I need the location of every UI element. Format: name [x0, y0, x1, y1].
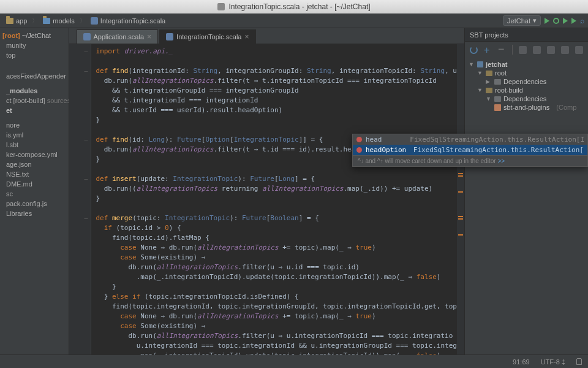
project-item[interactable]: ct [root-build] sources root — [0, 96, 69, 105]
sbt-tool-window[interactable]: SBT projects + − ▼ jetchat ▼ root ▶ Depe… — [464, 28, 588, 355]
sbt-header: SBT projects — [465, 28, 588, 42]
project-item[interactable]: acesFixedAppender — [0, 71, 69, 81]
scala-file-icon — [166, 33, 173, 40]
project-item[interactable]: nore — [0, 120, 69, 130]
dependencies-icon — [494, 79, 501, 85]
project-root[interactable]: [root] ~/JetChat — [0, 31, 69, 40]
run-button[interactable] — [545, 18, 549, 24]
file-icon — [217, 3, 225, 10]
sbt-tool-icon[interactable] — [519, 46, 527, 54]
settings-icon[interactable] — [575, 46, 583, 54]
tab-application[interactable]: Application.scala × — [77, 29, 159, 44]
navigation-bar: app 〉 models 〉 IntegrationTopic.scala Je… — [0, 13, 588, 28]
window-titlebar: IntegrationTopic.scala - jetchat - [~/Je… — [0, 0, 588, 13]
sbt-node[interactable]: ▼ root-build — [469, 86, 584, 94]
method-icon — [356, 137, 362, 142]
close-icon[interactable]: × — [147, 33, 151, 41]
breadcrumb-app[interactable]: app — [4, 16, 29, 26]
project-item[interactable]: munity — [0, 40, 69, 50]
code-completion-popup[interactable]: head FixedSqlStreamingAction.this.Result… — [352, 134, 588, 167]
sbt-tool-icon[interactable] — [533, 46, 541, 54]
library-icon — [494, 104, 501, 111]
code-editor[interactable]: — — — — — import driver.api._ def find(i… — [69, 44, 465, 355]
folder-icon — [486, 88, 492, 93]
editor-gutter[interactable]: — — — — — — [69, 44, 91, 355]
run-profile-button[interactable] — [571, 18, 576, 24]
project-item[interactable]: et — [0, 105, 69, 115]
project-item[interactable]: ker-compose.yml — [0, 150, 69, 159]
status-bar: 91:69 UTF-8 ‡ — [0, 355, 588, 368]
lock-icon[interactable] — [576, 358, 582, 365]
window-title: IntegrationTopic.scala - jetchat - [~/Je… — [228, 2, 370, 11]
editor-tabs: Application.scala × IntegrationTopic.sca… — [69, 28, 465, 44]
folder-icon — [486, 71, 492, 76]
debug-button[interactable] — [553, 18, 559, 24]
scala-file-icon — [83, 33, 91, 40]
completion-hint: ^↓ and ^↑ will move caret down and up in… — [353, 155, 587, 166]
tab-integration-topic[interactable]: IntegrationTopic.scala × — [159, 29, 255, 44]
chevron-down-icon: ▾ — [533, 17, 537, 25]
breadcrumb-separator: 〉 — [80, 17, 86, 25]
sbt-node[interactable]: ▶ Dependencies — [469, 77, 584, 86]
sbt-icon — [477, 61, 483, 67]
project-item[interactable]: sc — [0, 189, 69, 199]
search-icon[interactable]: ⌕ — [580, 17, 584, 25]
caret-position[interactable]: 91:69 — [513, 358, 530, 366]
code-content[interactable]: import driver.api._ def find(integration… — [91, 44, 458, 355]
breadcrumb-file[interactable]: IntegrationTopic.scala — [88, 16, 168, 26]
minus-icon[interactable]: − — [498, 46, 506, 54]
close-icon[interactable]: × — [244, 33, 249, 41]
scala-file-icon — [91, 17, 98, 25]
project-item[interactable]: NSE.txt — [0, 169, 69, 179]
sbt-node[interactable]: ▼ Dependencies — [469, 94, 584, 103]
breadcrumb-models[interactable]: models — [40, 16, 77, 26]
project-item[interactable]: age.json — [0, 159, 69, 169]
tab-label: IntegrationTopic.scala — [176, 33, 241, 40]
run-config-dropdown[interactable]: JetChat ▾ — [503, 15, 541, 26]
dependencies-icon — [494, 96, 501, 102]
folder-icon — [43, 18, 50, 24]
sbt-node[interactable]: sbt-and-plugins (Comp — [469, 103, 584, 112]
project-tool-window[interactable]: [root] ~/JetChat munity top acesFixedApp… — [0, 28, 69, 355]
sbt-node[interactable]: ▼ root — [469, 69, 584, 77]
sbt-tool-icon[interactable] — [561, 46, 569, 54]
project-item[interactable]: DME.md — [0, 179, 69, 189]
run-coverage-button[interactable] — [563, 18, 568, 24]
completion-hint-link[interactable]: >> — [497, 158, 505, 164]
file-encoding[interactable]: UTF-8 ‡ — [541, 358, 565, 366]
project-item[interactable]: Libraries — [0, 209, 69, 218]
project-item[interactable]: _modules — [0, 86, 69, 96]
sbt-tool-icon[interactable] — [547, 46, 555, 54]
tab-label: Application.scala — [94, 33, 145, 40]
run-config-label: JetChat — [507, 17, 530, 25]
sbt-project-root[interactable]: ▼ jetchat — [469, 60, 584, 69]
completion-item[interactable]: head FixedSqlStreamingAction.this.Result… — [353, 134, 587, 145]
project-item[interactable]: l.sbt — [0, 140, 69, 150]
breadcrumb-separator: 〉 — [32, 17, 38, 25]
error-stripe[interactable] — [457, 44, 464, 355]
method-icon — [356, 147, 362, 153]
project-item[interactable]: top — [0, 50, 69, 60]
plus-icon[interactable]: + — [484, 46, 492, 54]
project-item[interactable]: is.yml — [0, 130, 69, 140]
completion-item-selected[interactable]: headOption FixedSqlStreamingAction.this.… — [353, 145, 587, 155]
folder-icon — [6, 18, 13, 24]
project-item[interactable]: pack.config.js — [0, 199, 69, 209]
reload-icon[interactable] — [470, 46, 478, 54]
sbt-toolbar: + − — [465, 42, 588, 58]
